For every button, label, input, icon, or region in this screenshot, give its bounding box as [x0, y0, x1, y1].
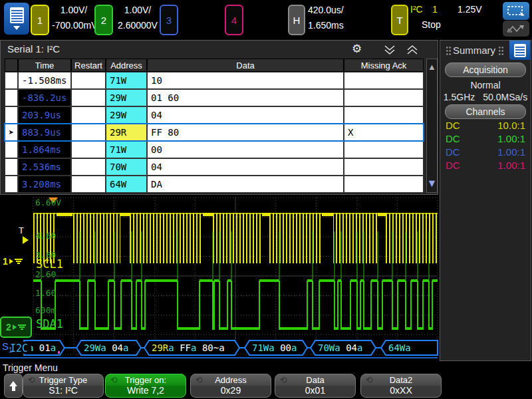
- row-marker: [5, 89, 18, 106]
- row-marker: [5, 176, 18, 193]
- rect-zoom-button[interactable]: [503, 2, 529, 20]
- trigger-badge[interactable]: T: [391, 5, 408, 35]
- data-cell: 04: [147, 158, 344, 176]
- address-cell: 71W: [106, 72, 147, 89]
- svg-text:2.60: 2.60: [35, 269, 56, 279]
- time-cell: 1.864ms: [18, 141, 71, 158]
- pan-zigzag-button[interactable]: [503, 21, 529, 37]
- trigger-level-label: T: [19, 225, 24, 235]
- summary-channel-row-1: DC10.0:1: [440, 119, 531, 132]
- summary-menu-button[interactable]: [509, 41, 530, 60]
- scroll-up-icon[interactable]: ▲: [428, 60, 436, 73]
- ground-icon: [15, 259, 23, 264]
- time-cell: -1.508ms: [18, 72, 71, 89]
- row-marker: [5, 72, 18, 89]
- scroll-down-icon[interactable]: ▼: [428, 176, 436, 192]
- chevron-down-icon: [13, 26, 20, 30]
- softkey-trigger-type[interactable]: ⟳Trigger TypeS1: I²C: [23, 374, 104, 398]
- rect-zoom-icon: [506, 5, 526, 18]
- softkey-data2[interactable]: ⟳Data20xXX: [360, 374, 442, 398]
- channel-scale: 1.00V/: [116, 3, 160, 18]
- waveform-plot[interactable]: 6.60V4.603.602.601.60600mSCL1SDA1a 01a29…: [0, 195, 439, 361]
- arrow-up-icon: [12, 386, 15, 391]
- row-marker: [5, 141, 18, 158]
- table-row[interactable]: -836.2us29W01 60: [5, 89, 424, 106]
- ground-icon: [18, 325, 26, 330]
- serial-bus-marker[interactable]: S1: [2, 340, 13, 354]
- expand-up-icon[interactable]: [406, 45, 419, 58]
- missing-ack-cell: X: [344, 124, 424, 141]
- summary-channel-row-3: DC1.00:1: [440, 146, 531, 159]
- table-row[interactable]: 3.208ms64WDA: [5, 176, 424, 193]
- softkey-value: 0x29: [191, 385, 271, 396]
- menu-icon: [10, 7, 24, 23]
- data-cell: 04: [147, 106, 344, 124]
- acquisition-button[interactable]: Acquisition: [445, 63, 526, 77]
- channel-3-badge[interactable]: 3: [160, 5, 178, 35]
- main-menu-button[interactable]: [4, 3, 29, 35]
- probe-ratio-value: 1.00:1: [497, 146, 525, 159]
- waveform-area: 6.60V4.603.602.601.60600mSCL1SDA1a 01a29…: [0, 195, 439, 361]
- coupling-value: DC: [446, 132, 460, 146]
- channel-1-badge[interactable]: 1: [31, 5, 49, 35]
- restart-cell: [71, 141, 106, 158]
- collapse-down-icon[interactable]: [383, 45, 396, 58]
- restart-cell: [71, 158, 106, 176]
- table-row[interactable]: 1.864ms71W00: [5, 141, 424, 158]
- svg-text:a 01a: a 01a: [28, 342, 56, 353]
- svg-text:SDA1: SDA1: [36, 317, 63, 331]
- softkey-address[interactable]: ⟳Address0x29: [190, 374, 271, 398]
- data-cell: 01 60: [147, 89, 344, 106]
- table-row[interactable]: 2.536ms70W04: [5, 158, 424, 176]
- row-marker: ➤: [5, 124, 18, 141]
- channel-1-readout: 1.00V/-700.00mV: [52, 3, 96, 33]
- channel2-label: 2: [6, 322, 11, 332]
- table-scrollbar[interactable]: ▲ ▼: [426, 59, 438, 193]
- svg-text:29Ra FFa 80~a: 29Ra FFa 80~a: [152, 342, 225, 353]
- softkey-title: Data: [275, 375, 355, 385]
- trigger-bus-type: I²C: [410, 4, 423, 15]
- table-row[interactable]: ➤883.9us29RFF 80X: [5, 124, 424, 141]
- svg-text:SCL1: SCL1: [36, 257, 63, 271]
- channel-offset: 2.60000V: [116, 18, 160, 33]
- trigger-level-marker[interactable]: [23, 236, 29, 244]
- gear-icon[interactable]: ⚙: [352, 42, 362, 56]
- channel-4-badge[interactable]: 4: [225, 5, 243, 35]
- drag-handle-icon[interactable]: [498, 46, 504, 56]
- missing-ack-cell: [344, 158, 424, 176]
- decode-table-header: TimeRestartAddressDataMissing Ack: [5, 59, 424, 72]
- softkey-data[interactable]: ⟳Data0x01: [275, 374, 356, 398]
- horizontal-badge[interactable]: H: [288, 5, 305, 35]
- restart-cell: [71, 106, 106, 124]
- time-cell: 3.208ms: [18, 176, 71, 193]
- restart-cell: [71, 89, 106, 106]
- address-cell: 64W: [106, 176, 147, 193]
- channel-2-badge[interactable]: 2: [94, 5, 113, 35]
- trigger-menu-bar: Trigger Menu ⟳Trigger TypeS1: I²C⟳Trigge…: [0, 361, 532, 399]
- channels-button[interactable]: Channels: [445, 104, 526, 119]
- summary-channel-row-2: DC1.00:1: [440, 132, 531, 146]
- softkey-title: Trigger Type: [23, 375, 103, 385]
- top-status-bar: 11.00V/-700.00mV21.00V/2.60000V34 H 420.…: [0, 0, 532, 39]
- menu-back-button[interactable]: [4, 374, 23, 398]
- address-cell: 29R: [106, 124, 147, 141]
- horizontal-readout: 420.0us/ 1.650ms: [308, 3, 344, 33]
- channel1-ground-marker[interactable]: 1: [3, 256, 23, 267]
- channel2-ground-marker[interactable]: 2: [0, 317, 32, 338]
- timebase-delay: 1.650ms: [308, 18, 344, 33]
- softkey-trigger-on[interactable]: ⟳Trigger on:Write 7,2: [105, 374, 186, 398]
- arrow-right-icon: [9, 259, 13, 264]
- softkey-title: Trigger on:: [106, 375, 186, 385]
- svg-text:4.60: 4.60: [35, 231, 56, 241]
- row-marker: [5, 106, 18, 124]
- missing-ack-cell: [344, 176, 424, 193]
- channel-offset: -700.00mV: [52, 18, 96, 33]
- svg-text:70Wa 04a: 70Wa 04a: [318, 342, 362, 353]
- table-row[interactable]: -1.508ms71W10: [5, 72, 424, 89]
- address-cell: 29W: [106, 106, 147, 124]
- arrow-right-icon: [13, 325, 17, 330]
- timebase-scale: 420.0us/: [308, 3, 344, 18]
- menu-icon: [514, 44, 526, 57]
- table-row[interactable]: 203.9us29W04: [5, 106, 424, 124]
- time-cell: 203.9us: [18, 106, 71, 124]
